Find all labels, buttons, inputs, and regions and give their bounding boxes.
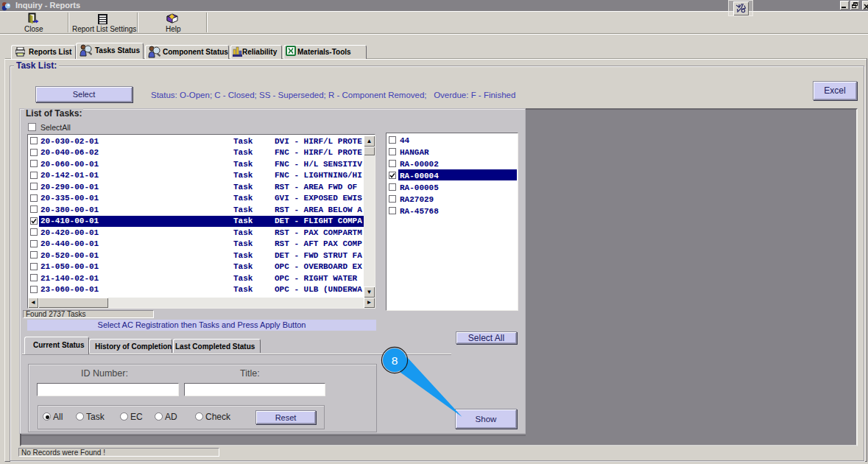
svg-text:8: 8: [392, 354, 398, 367]
